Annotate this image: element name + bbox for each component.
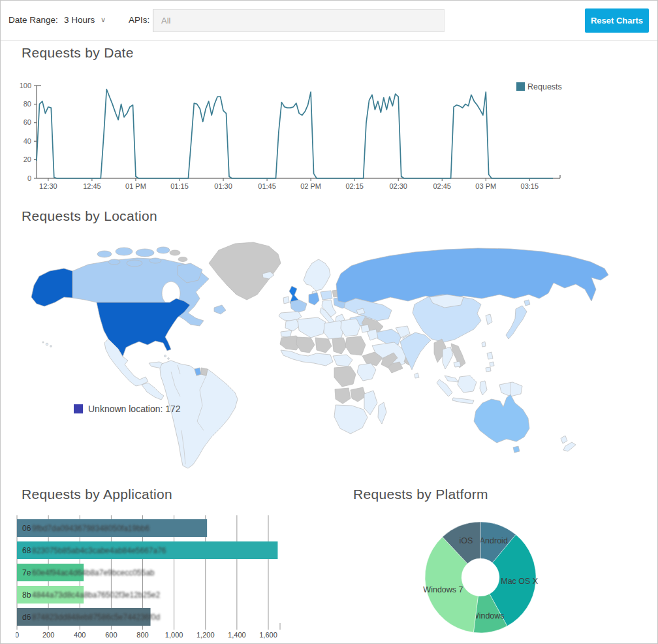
map-region[interactable] [454,361,461,367]
map-region[interactable] [97,251,112,257]
map-region[interactable] [296,337,315,353]
map-region[interactable] [168,358,170,360]
app-bar-label-blurred: 874823dd848eb87586c5e744236f0d [32,613,160,622]
date-range-select[interactable]: 3 Hours [64,15,95,25]
map-region[interactable] [378,402,386,424]
map-region[interactable] [46,343,48,346]
map-region[interactable] [351,387,366,402]
map-region[interactable] [31,268,72,306]
svg-text:03 PM: 03 PM [475,182,496,190]
requests-by-date-title: Requests by Date [22,45,134,61]
map-region[interactable] [490,362,494,366]
toolbar: Date Range: 3 Hours ∨ APIs: All Reset Ch… [1,1,657,41]
map-region[interactable] [486,314,492,325]
map-region[interactable] [116,248,133,255]
svg-text:01 PM: 01 PM [125,182,146,190]
map-region[interactable] [170,250,180,255]
svg-text:40: 40 [24,137,31,145]
map-region[interactable] [315,338,332,353]
map-region[interactable] [283,297,289,304]
map-region[interactable] [415,373,419,378]
svg-text:02:15: 02:15 [345,182,364,190]
svg-text:20: 20 [24,155,31,163]
map-region[interactable] [499,382,522,396]
svg-text:600: 600 [105,631,117,639]
map-region[interactable] [333,355,352,366]
requests-line-series[interactable] [37,89,553,178]
map-region[interactable] [513,446,520,453]
map-region[interactable] [458,376,477,393]
map-region[interactable] [480,381,487,395]
svg-text:01:15: 01:15 [170,182,189,190]
map-region[interactable] [290,300,307,313]
svg-text:0: 0 [16,631,19,639]
apis-input[interactable]: All [153,9,445,32]
chevron-down-icon[interactable]: ∨ [101,16,106,24]
map-region[interactable] [321,291,332,300]
svg-text:400: 400 [74,631,86,639]
map-region[interactable] [524,300,530,306]
map-region[interactable] [452,398,474,404]
map-region[interactable] [334,405,368,434]
apis-label: APIs: [129,15,149,25]
reset-charts-button[interactable]: Reset Charts [585,8,649,33]
svg-text:60: 60 [24,118,31,126]
requests-by-application-chart[interactable]: 02004006008001,0001,2001,4001,600069fbd7… [16,515,296,641]
svg-text:800: 800 [136,631,148,639]
date-range-label: Date Range: [8,15,58,25]
map-region[interactable] [309,293,319,305]
map-region[interactable] [437,379,452,396]
map-region[interactable] [335,388,351,404]
svg-text:02:30: 02:30 [389,182,407,190]
apis-input-value: All [153,10,444,31]
svg-text:100: 100 [20,82,31,89]
map-region[interactable] [304,259,330,291]
map-region[interactable] [487,352,493,359]
map-region[interactable] [209,242,281,300]
map-region[interactable] [149,258,161,263]
map-region[interactable] [42,342,44,343]
map-region[interactable] [474,394,529,443]
svg-text:1,600: 1,600 [259,631,277,639]
map-region[interactable] [334,366,356,387]
map-region[interactable] [361,325,369,332]
platform-slice-label: Windows 7 [423,585,463,594]
map-region[interactable] [178,257,187,262]
map-region[interactable] [482,342,486,347]
map-region[interactable] [201,368,208,376]
svg-text:12:30: 12:30 [39,182,57,190]
map-region[interactable] [561,436,567,443]
map-region[interactable] [157,247,170,253]
map-region[interactable] [345,336,366,355]
app-bar-label-prefix: 7e [22,568,31,577]
map-region[interactable] [127,260,142,266]
map-region[interactable] [214,305,226,314]
requests-by-location-map[interactable] [7,234,653,477]
map-region[interactable] [160,361,238,468]
map-region[interactable] [563,442,576,451]
map-region[interactable] [50,346,52,347]
platform-slice-label: iOS [459,536,473,545]
map-region[interactable] [357,363,376,381]
map-region[interactable] [506,306,527,339]
map-region[interactable] [285,319,300,331]
map-region[interactable] [298,317,326,338]
svg-text:80: 80 [24,100,31,108]
app-bar-label-blurred: 60e4f94ac4d64b8a7e9bcecc055ab [32,568,155,577]
map-region[interactable] [164,355,166,357]
map-region[interactable] [142,383,164,400]
map-region[interactable] [136,249,154,257]
map-region[interactable] [332,338,347,354]
requests-by-date-chart[interactable]: 02040608010012:3012:4501 PM01:1501:3001:… [17,76,572,193]
svg-text:1,400: 1,400 [228,631,246,639]
requests-by-platform-chart[interactable]: AndroidMac OS XWindowsWindows 7iOS [330,484,656,644]
line-legend-label: Requests [527,82,562,91]
map-region[interactable] [486,367,491,372]
map-region[interactable] [341,319,360,336]
map-region[interactable] [364,391,377,415]
map-region[interactable] [108,259,120,265]
map-region[interactable] [443,347,453,369]
map-region[interactable] [344,298,392,321]
map-region[interactable] [445,376,458,382]
map-region[interactable] [336,248,608,302]
